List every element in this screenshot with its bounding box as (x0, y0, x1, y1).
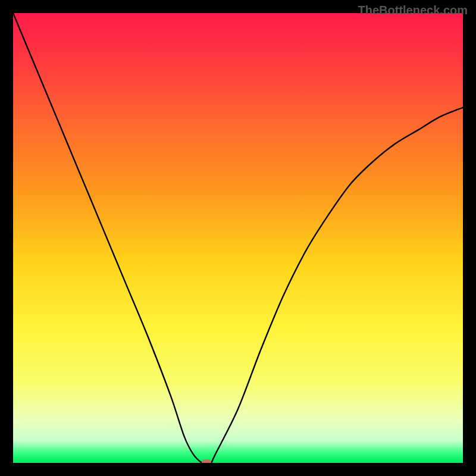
optimum-marker (202, 459, 211, 463)
bottleneck-curve-line (13, 13, 463, 463)
watermark-text: TheBottleneck.com (358, 4, 468, 17)
chart-curve-svg (13, 13, 463, 463)
chart-plot-area (13, 13, 463, 463)
